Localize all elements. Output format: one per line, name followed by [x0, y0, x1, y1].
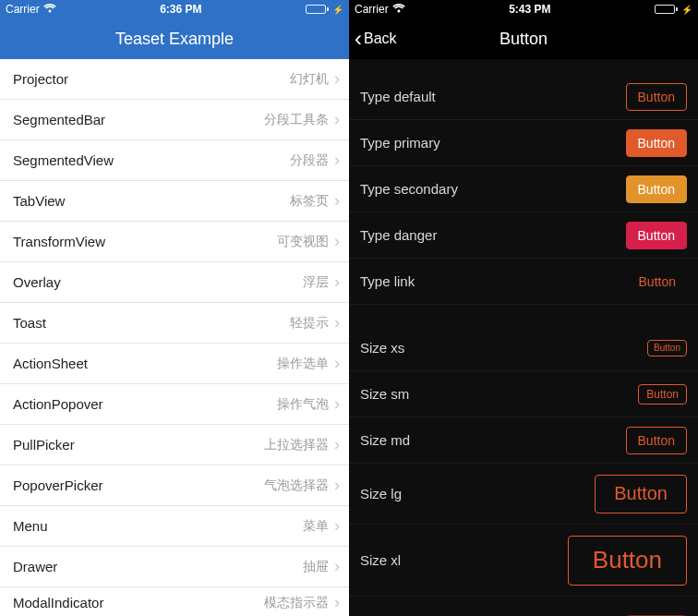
row-name: TabView — [13, 193, 65, 209]
row-detail: 幻灯机 — [290, 71, 329, 88]
battery-icon — [306, 5, 329, 14]
demo-button-link[interactable]: Button — [628, 268, 687, 296]
row-name: Drawer — [13, 559, 57, 574]
row-detail: 标签页 — [290, 193, 329, 210]
list-row[interactable]: PopoverPicker气泡选择器› — [0, 465, 349, 506]
chevron-right-icon: › — [334, 557, 340, 576]
row-detail: 操作气泡 — [277, 396, 329, 413]
row-name: PullPicker — [13, 437, 75, 453]
demo-button-size-xl[interactable]: Button — [568, 536, 687, 586]
row-label: Type primary — [360, 135, 440, 151]
chevron-left-icon: ‹ — [355, 28, 362, 50]
carrier-label: Carrier — [355, 3, 389, 16]
row-detail: 菜单 — [303, 518, 329, 535]
row-label: Size xs — [360, 340, 404, 356]
row-name: Projector — [13, 71, 68, 87]
size-row: Size smButton — [349, 371, 698, 417]
nav-bar-left: Teaset Example — [0, 18, 349, 59]
row-detail: 分段器 — [290, 152, 329, 169]
battery-icon — [655, 5, 678, 14]
row-detail: 轻提示 — [290, 315, 329, 332]
list-row[interactable]: Menu菜单› — [0, 506, 349, 547]
demo-button-secondary[interactable]: Button — [626, 175, 687, 203]
demo-button-size-md[interactable]: Button — [626, 427, 687, 454]
chevron-right-icon: › — [334, 435, 340, 454]
size-row: Size xlButton — [349, 525, 698, 597]
chevron-right-icon: › — [334, 476, 340, 495]
list-row[interactable]: Overlay浮层› — [0, 262, 349, 303]
chevron-right-icon: › — [334, 516, 340, 536]
list-row[interactable]: SegmentedBar分段工具条› — [0, 100, 349, 140]
chevron-right-icon: › — [334, 69, 340, 89]
list-row[interactable]: ModalIndicator模态指示器› — [0, 587, 349, 616]
row-label: Type secondary — [360, 181, 458, 197]
type-row: Type defaultButton — [349, 74, 698, 120]
row-name: ActionPopover — [13, 396, 103, 412]
wifi-icon — [43, 3, 56, 16]
demo-button-size-xs[interactable]: Button — [647, 340, 687, 356]
status-bar-right: Carrier 5:43 PM ⚡ — [349, 0, 698, 18]
back-label: Back — [364, 30, 397, 47]
status-time: 5:43 PM — [509, 3, 550, 16]
list-row[interactable]: Toast轻提示› — [0, 303, 349, 344]
row-label: Size md — [360, 432, 410, 448]
row-detail: 气泡选择器 — [264, 477, 329, 494]
row-label: Size xl — [360, 552, 401, 568]
status-time: 6:36 PM — [160, 3, 201, 16]
row-name: Menu — [13, 518, 48, 534]
row-name: ModalIndicator — [13, 595, 103, 610]
charging-icon: ⚡ — [332, 5, 343, 15]
example-list[interactable]: Projector幻灯机›SegmentedBar分段工具条›Segmented… — [0, 59, 349, 616]
type-row: Type primaryButton — [349, 120, 698, 166]
row-label: Size lg — [360, 486, 402, 501]
row-label: Type danger — [360, 227, 437, 243]
row-name: PopoverPicker — [13, 477, 103, 493]
row-detail: 抽屉 — [303, 559, 329, 575]
demo-button-size-sm[interactable]: Button — [638, 384, 687, 405]
size-row: Size mdButton — [349, 417, 698, 464]
row-detail: 分段工具条 — [264, 112, 329, 128]
size-row: Size lgButton — [349, 464, 698, 525]
back-button[interactable]: ‹ Back — [355, 28, 397, 50]
row-name: Toast — [13, 315, 46, 331]
nav-title: Teaset Example — [115, 30, 234, 49]
list-row[interactable]: ActionSheet操作选单› — [0, 344, 349, 384]
row-name: SegmentedBar — [13, 112, 105, 127]
chevron-right-icon: › — [334, 232, 340, 251]
list-row[interactable]: Projector幻灯机› — [0, 59, 349, 100]
list-row[interactable]: SegmentedView分段器› — [0, 140, 349, 181]
chevron-right-icon: › — [334, 593, 340, 612]
chevron-right-icon: › — [334, 354, 340, 373]
chevron-right-icon: › — [334, 313, 340, 332]
nav-title: Button — [499, 30, 548, 49]
carrier-label: Carrier — [6, 3, 40, 16]
row-detail: 浮层 — [303, 274, 329, 291]
row-label: Size sm — [360, 386, 409, 402]
chevron-right-icon: › — [334, 191, 340, 211]
row-detail: 上拉选择器 — [264, 437, 329, 453]
row-detail: 操作选单 — [277, 356, 329, 372]
row-name: Overlay — [13, 274, 61, 290]
type-row: Type linkButton — [349, 259, 698, 305]
screen-right: Carrier 5:43 PM ⚡ ‹ Back Button Type def… — [349, 0, 698, 616]
button-demo-list[interactable]: Type defaultButtonType primaryButtonType… — [349, 59, 698, 616]
charging-icon: ⚡ — [681, 5, 692, 15]
list-row[interactable]: TabView标签页› — [0, 181, 349, 222]
list-row[interactable]: ActionPopover操作气泡› — [0, 384, 349, 425]
type-row: Type secondaryButton — [349, 166, 698, 212]
row-detail: 可变视图 — [277, 234, 329, 250]
demo-button-size-lg[interactable]: Button — [595, 475, 687, 513]
list-row[interactable]: PullPicker上拉选择器› — [0, 425, 349, 465]
status-bar-left: Carrier 6:36 PM ⚡ — [0, 0, 349, 18]
demo-button-danger[interactable]: Button — [626, 222, 687, 249]
row-name: ActionSheet — [13, 356, 88, 371]
wifi-icon — [392, 3, 405, 16]
row-label: Type link — [360, 273, 415, 289]
row-detail: 模态指示器 — [264, 595, 329, 611]
demo-button-primary[interactable]: Button — [626, 129, 687, 157]
list-row[interactable]: TransformView可变视图› — [0, 222, 349, 262]
row-label: Type default — [360, 89, 436, 104]
demo-button-default[interactable]: Button — [626, 83, 687, 111]
list-row[interactable]: Drawer抽屉› — [0, 547, 349, 587]
row-name: TransformView — [13, 234, 105, 249]
